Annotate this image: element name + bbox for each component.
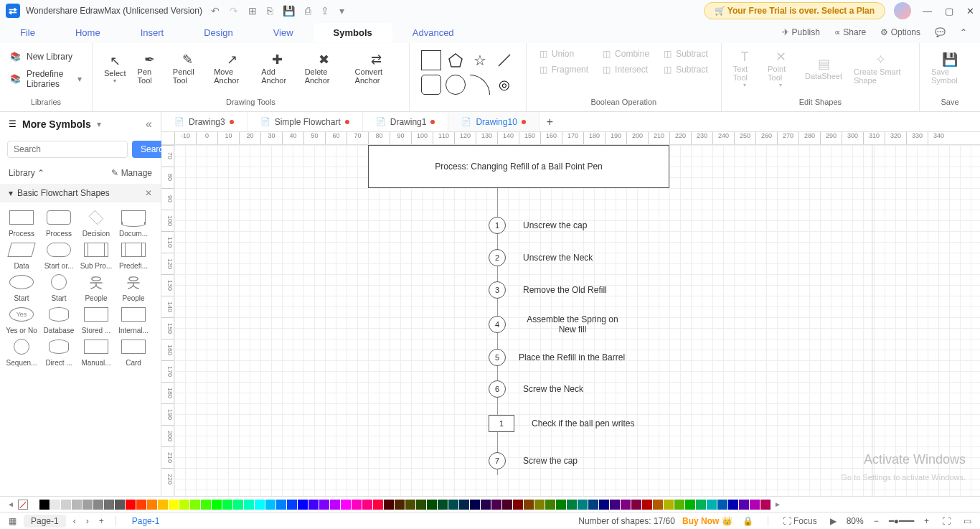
menu-symbols[interactable]: Symbols [314,23,392,42]
color-swatch[interactable] [664,500,674,510]
color-swatch[interactable] [491,500,501,510]
export-icon[interactable]: ⇪ [321,5,329,17]
color-swatch[interactable] [233,500,243,510]
color-swatch[interactable] [93,500,103,510]
shape-line[interactable] [494,50,514,70]
menu-design[interactable]: Design [184,23,253,42]
color-swatch[interactable] [405,500,415,510]
print-icon[interactable]: ⎙ [305,5,311,17]
delete-anchor[interactable]: ✖Delete Anchor [299,46,349,90]
shape-circle[interactable] [446,75,466,95]
color-swatch[interactable] [524,500,534,510]
shape-stencil-docum[interactable]: Docum... [115,208,152,238]
page-tab[interactable]: Page-1 [24,515,66,528]
color-swatch[interactable] [212,500,222,510]
page-tab-active[interactable]: Page-1 [125,515,167,528]
color-swatch[interactable] [481,500,491,510]
page-layout-icon[interactable]: ▦ [6,516,19,526]
color-swatch[interactable] [427,500,437,510]
new-library[interactable]: 📚New Library [6,49,86,65]
color-swatch[interactable] [72,500,82,510]
color-swatch[interactable] [760,500,771,510]
color-swatch[interactable] [685,500,695,510]
color-swatch[interactable] [115,500,125,510]
color-swatch[interactable] [179,500,189,510]
flowchart-step[interactable]: 4Assemble the Spring on New fill [489,314,626,334]
notif-icon[interactable]: 💬 [929,27,951,37]
shape-stencil-people[interactable]: 웃People [115,273,152,302]
color-swatch[interactable] [621,500,631,510]
color-swatch[interactable] [265,500,275,510]
publish[interactable]: ✈ Publish [776,27,826,37]
color-swatch[interactable] [610,500,620,510]
shape-stencil-startor[interactable]: Start or... [40,240,77,270]
color-swatch[interactable] [222,500,232,510]
user-avatar[interactable] [894,2,911,19]
trial-banner[interactable]: 🛒 Your Free Trial is over. Select a Plan [704,2,885,19]
shape-stencil-people[interactable]: 웃People [77,273,115,302]
shape-stencil-data[interactable]: Data [3,240,40,270]
shape-stencil-direct[interactable]: Direct ... [40,337,77,367]
save-icon[interactable]: 💾 [283,5,295,17]
color-swatch[interactable] [728,500,738,510]
color-swatch[interactable] [330,500,340,510]
convert-anchor[interactable]: ⇄Convert Anchor [349,46,403,90]
color-swatch[interactable] [61,500,71,510]
page-prev-icon[interactable]: ‹ [70,516,79,526]
shape-star[interactable]: ☆ [470,50,490,70]
color-swatch[interactable] [136,500,146,510]
color-swatch[interactable] [83,500,93,510]
color-swatch[interactable] [308,500,319,510]
pencil-tool[interactable]: ✎Pencil Tool [167,46,208,90]
color-swatch[interactable] [276,500,286,510]
color-swatch[interactable] [158,500,168,510]
close-category-icon[interactable]: ✕ [145,188,152,198]
play-icon[interactable]: ▶ [827,516,839,526]
doc-tab-drawing3[interactable]: 📄Drawing3 [161,112,248,131]
color-swatch[interactable] [169,500,179,510]
options[interactable]: ⚙ Options [875,27,926,37]
more-symbols[interactable]: More Symbols [22,118,91,130]
flowchart-step[interactable]: 5Place the Refill in the Barrel [489,349,625,366]
search-input[interactable] [7,141,128,158]
zoom-in-icon[interactable]: + [921,516,932,526]
flowchart-step[interactable]: 1Unscrew the cap [489,217,587,234]
manage-libraries[interactable]: ✎ Manage [111,168,152,178]
close-icon[interactable]: ✕ [966,6,974,17]
shape-stencil-sequen[interactable]: Sequen... [3,337,40,367]
flowchart-step[interactable]: 1Check if the ball pen writes [489,415,634,432]
color-swatch[interactable] [534,500,545,510]
flowchart-step[interactable]: 3Remove the Old Refill [489,281,607,299]
color-swatch[interactable] [448,500,458,510]
menu-view[interactable]: View [253,23,314,42]
shape-stencil-card[interactable]: Card [115,337,152,367]
color-swatch[interactable] [126,500,136,510]
doc-tab-drawing1[interactable]: 📄Drawing1 [363,112,449,131]
color-swatch[interactable] [674,500,684,510]
minimize-icon[interactable]: — [923,6,932,17]
shape-stencil-process[interactable]: Process [3,208,40,238]
color-swatch[interactable] [513,500,523,510]
lock-icon[interactable]: 🔒 [740,516,756,526]
color-swatch[interactable] [588,500,598,510]
color-swatch[interactable] [739,500,749,510]
page-add-icon[interactable]: + [96,516,107,526]
focus-mode[interactable]: ⛶ Focus [780,516,820,526]
menu-file[interactable]: File [0,23,55,42]
shape-stencil-yesorno[interactable]: YesYes or No [3,305,40,334]
color-swatch[interactable] [395,500,405,510]
add-anchor[interactable]: ✚Add Anchor [255,46,298,90]
maximize-icon[interactable]: ▢ [945,6,953,17]
shape-stencil-manual[interactable]: Manual... [77,337,115,367]
color-swatch[interactable] [298,500,308,510]
color-swatch[interactable] [631,500,641,510]
shape-rounded-rect[interactable] [421,75,441,95]
color-swatch[interactable] [567,500,577,510]
color-swatch[interactable] [502,500,512,510]
color-swatch[interactable] [190,500,200,510]
color-prev[interactable]: ◄ [4,500,17,508]
library-label[interactable]: Library ⌃ [9,168,44,178]
shape-stencil-stored[interactable]: Stored ... [77,305,115,334]
color-swatch[interactable] [352,500,362,510]
shape-spiral[interactable]: ◎ [494,75,514,95]
